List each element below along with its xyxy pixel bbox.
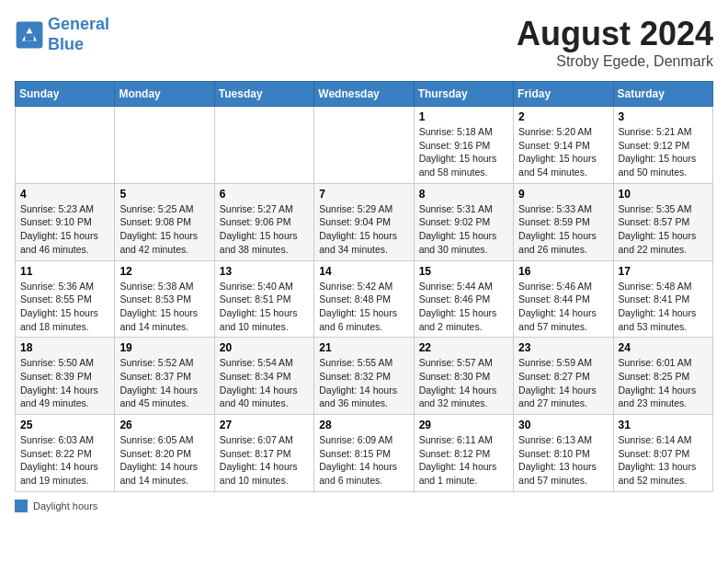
calendar-cell: 13Sunrise: 5:40 AMSunset: 8:51 PMDayligh… (214, 260, 313, 338)
day-number: 11 (20, 265, 109, 278)
day-info: Sunrise: 5:54 AMSunset: 8:34 PMDaylight:… (220, 356, 309, 410)
day-number: 2 (518, 110, 608, 123)
calendar-week-row: 18Sunrise: 5:50 AMSunset: 8:39 PMDayligh… (16, 338, 713, 415)
weekday-header: Thursday (414, 82, 513, 107)
month-title: August 2024 (517, 15, 713, 53)
calendar-cell: 19Sunrise: 5:52 AMSunset: 8:37 PMDayligh… (115, 338, 214, 415)
day-info: Sunrise: 6:01 AMSunset: 8:25 PMDaylight:… (619, 356, 708, 410)
day-number: 9 (518, 188, 608, 201)
calendar-cell: 12Sunrise: 5:38 AMSunset: 8:53 PMDayligh… (115, 260, 214, 338)
day-info: Sunrise: 5:46 AMSunset: 8:44 PMDaylight:… (518, 280, 608, 334)
day-info: Sunrise: 5:18 AMSunset: 9:16 PMDaylight:… (419, 125, 508, 179)
logo-line2: Blue (48, 35, 84, 53)
day-number: 27 (220, 419, 309, 431)
day-info: Sunrise: 6:03 AMSunset: 8:22 PMDaylight:… (20, 433, 109, 488)
day-info: Sunrise: 5:52 AMSunset: 8:37 PMDaylight:… (119, 356, 209, 410)
day-number: 19 (119, 341, 209, 354)
calendar-cell: 15Sunrise: 5:44 AMSunset: 8:46 PMDayligh… (414, 260, 513, 338)
day-info: Sunrise: 6:05 AMSunset: 8:20 PMDaylight:… (119, 433, 209, 488)
day-info: Sunrise: 5:48 AMSunset: 8:41 PMDaylight:… (619, 280, 708, 334)
day-number: 29 (419, 419, 508, 431)
day-info: Sunrise: 6:11 AMSunset: 8:12 PMDaylight:… (419, 433, 508, 488)
day-info: Sunrise: 5:50 AMSunset: 8:39 PMDaylight:… (20, 356, 109, 410)
day-info: Sunrise: 5:29 AMSunset: 9:04 PMDaylight:… (319, 202, 408, 257)
calendar-cell: 2Sunrise: 5:20 AMSunset: 9:14 PMDaylight… (514, 107, 613, 184)
day-number: 1 (419, 110, 508, 123)
weekday-header: Tuesday (214, 82, 313, 107)
day-info: Sunrise: 6:07 AMSunset: 8:17 PMDaylight:… (220, 433, 309, 488)
legend: Daylight hours (15, 500, 713, 512)
weekday-header: Wednesday (314, 82, 414, 107)
day-number: 17 (619, 265, 708, 278)
weekday-header: Monday (115, 82, 214, 107)
calendar-cell: 24Sunrise: 6:01 AMSunset: 8:25 PMDayligh… (613, 338, 712, 415)
weekday-header: Friday (514, 82, 613, 107)
logo: General Blue (15, 15, 109, 54)
calendar-cell: 6Sunrise: 5:27 AMSunset: 9:06 PMDaylight… (214, 183, 313, 260)
day-info: Sunrise: 5:55 AMSunset: 8:32 PMDaylight:… (319, 356, 408, 410)
day-number: 22 (419, 341, 508, 354)
day-number: 13 (220, 265, 309, 278)
day-info: Sunrise: 5:35 AMSunset: 8:57 PMDaylight:… (619, 202, 708, 257)
calendar-cell: 28Sunrise: 6:09 AMSunset: 8:15 PMDayligh… (314, 415, 414, 492)
calendar-cell: 29Sunrise: 6:11 AMSunset: 8:12 PMDayligh… (414, 415, 513, 492)
calendar-cell: 9Sunrise: 5:33 AMSunset: 8:59 PMDaylight… (514, 183, 613, 260)
calendar-cell (214, 107, 313, 184)
day-number: 26 (119, 419, 209, 431)
day-number: 20 (220, 341, 309, 354)
calendar-cell: 11Sunrise: 5:36 AMSunset: 8:55 PMDayligh… (16, 260, 115, 338)
page-header: General Blue August 2024 Stroby Egede, D… (15, 15, 713, 70)
day-number: 23 (518, 341, 608, 354)
day-info: Sunrise: 5:38 AMSunset: 8:53 PMDaylight:… (119, 280, 209, 334)
calendar-cell: 20Sunrise: 5:54 AMSunset: 8:34 PMDayligh… (214, 338, 313, 415)
day-info: Sunrise: 6:14 AMSunset: 8:07 PMDaylight:… (619, 433, 708, 488)
day-info: Sunrise: 5:40 AMSunset: 8:51 PMDaylight:… (220, 280, 309, 334)
calendar-cell: 14Sunrise: 5:42 AMSunset: 8:48 PMDayligh… (314, 260, 414, 338)
calendar: SundayMondayTuesdayWednesdayThursdayFrid… (15, 81, 713, 492)
day-number: 21 (319, 341, 408, 354)
calendar-header-row: SundayMondayTuesdayWednesdayThursdayFrid… (16, 82, 713, 107)
calendar-week-row: 11Sunrise: 5:36 AMSunset: 8:55 PMDayligh… (16, 260, 713, 338)
legend-box (15, 500, 28, 512)
calendar-cell: 23Sunrise: 5:59 AMSunset: 8:27 PMDayligh… (514, 338, 613, 415)
day-info: Sunrise: 5:36 AMSunset: 8:55 PMDaylight:… (20, 280, 109, 334)
calendar-cell: 26Sunrise: 6:05 AMSunset: 8:20 PMDayligh… (115, 415, 214, 492)
location: Stroby Egede, Denmark (517, 53, 713, 70)
calendar-cell: 31Sunrise: 6:14 AMSunset: 8:07 PMDayligh… (613, 415, 712, 492)
day-info: Sunrise: 5:25 AMSunset: 9:08 PMDaylight:… (119, 202, 209, 257)
day-number: 25 (20, 419, 109, 431)
calendar-cell: 10Sunrise: 5:35 AMSunset: 8:57 PMDayligh… (613, 183, 712, 260)
day-number: 4 (20, 188, 109, 201)
day-number: 24 (619, 341, 708, 354)
svg-rect-2 (25, 33, 34, 40)
day-number: 6 (220, 188, 309, 201)
day-number: 15 (419, 265, 508, 278)
calendar-week-row: 4Sunrise: 5:23 AMSunset: 9:10 PMDaylight… (16, 183, 713, 260)
day-number: 5 (119, 188, 209, 201)
day-number: 28 (319, 419, 408, 431)
day-number: 14 (319, 265, 408, 278)
calendar-cell: 27Sunrise: 6:07 AMSunset: 8:17 PMDayligh… (214, 415, 313, 492)
calendar-cell: 5Sunrise: 5:25 AMSunset: 9:08 PMDaylight… (115, 183, 214, 260)
day-number: 7 (319, 188, 408, 201)
calendar-cell (314, 107, 414, 184)
day-info: Sunrise: 5:27 AMSunset: 9:06 PMDaylight:… (220, 202, 309, 257)
legend-label: Daylight hours (33, 500, 97, 511)
day-info: Sunrise: 5:42 AMSunset: 8:48 PMDaylight:… (319, 280, 408, 334)
calendar-cell: 22Sunrise: 5:57 AMSunset: 8:30 PMDayligh… (414, 338, 513, 415)
calendar-cell: 30Sunrise: 6:13 AMSunset: 8:10 PMDayligh… (514, 415, 613, 492)
calendar-cell: 17Sunrise: 5:48 AMSunset: 8:41 PMDayligh… (613, 260, 712, 338)
calendar-cell: 1Sunrise: 5:18 AMSunset: 9:16 PMDaylight… (414, 107, 513, 184)
calendar-cell: 25Sunrise: 6:03 AMSunset: 8:22 PMDayligh… (16, 415, 115, 492)
day-info: Sunrise: 5:20 AMSunset: 9:14 PMDaylight:… (518, 125, 608, 179)
calendar-cell: 21Sunrise: 5:55 AMSunset: 8:32 PMDayligh… (314, 338, 414, 415)
logo-icon (15, 20, 44, 50)
day-info: Sunrise: 6:13 AMSunset: 8:10 PMDaylight:… (518, 433, 608, 488)
calendar-cell: 18Sunrise: 5:50 AMSunset: 8:39 PMDayligh… (16, 338, 115, 415)
weekday-header: Saturday (613, 82, 712, 107)
calendar-cell (16, 107, 115, 184)
calendar-cell: 7Sunrise: 5:29 AMSunset: 9:04 PMDaylight… (314, 183, 414, 260)
day-number: 18 (20, 341, 109, 354)
calendar-cell: 16Sunrise: 5:46 AMSunset: 8:44 PMDayligh… (514, 260, 613, 338)
day-number: 3 (619, 110, 708, 123)
